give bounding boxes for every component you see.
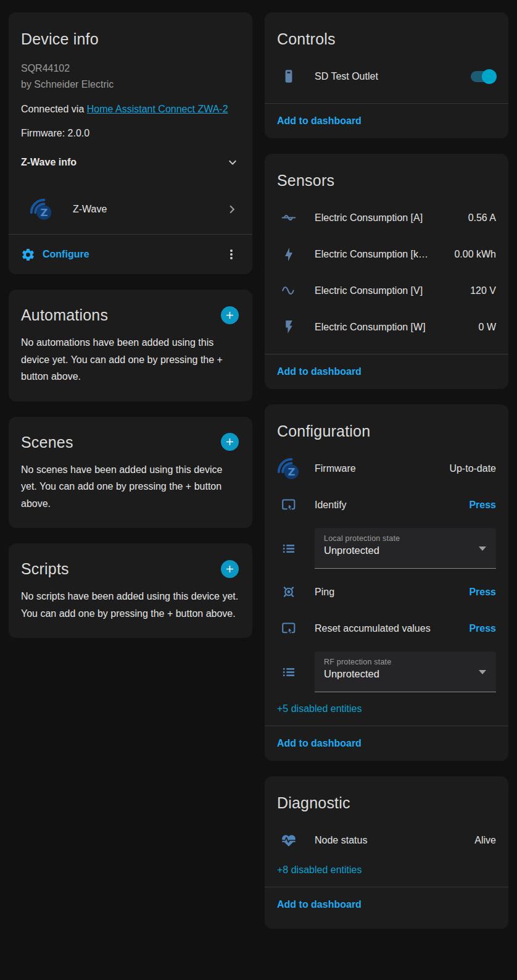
entity-state: Up-to-date [449,463,496,474]
entity-name: Reset accumulated values [315,623,460,634]
entity-row-identify[interactable]: Identify Press [277,487,496,523]
firmware-version-text: Firmware: 2.0.0 [21,125,240,141]
connect-zwa2-link[interactable]: Home Assistant Connect ZWA-2 [87,104,228,114]
entity-name: Electric Consumption [k… [315,249,445,260]
disabled-entities-link[interactable]: +8 disabled entities [277,865,362,875]
device-info-header: Device info [9,12,252,48]
configure-button[interactable]: Configure [21,248,89,262]
zwave-icon [275,455,303,482]
rf-protection-row: RF protection state Unprotected [277,651,496,692]
add-automation-button[interactable] [221,306,239,324]
chevron-down-icon [225,155,240,170]
dots-vertical-icon [224,247,239,262]
entity-name: Node status [315,835,466,846]
entity-state: 0.56 A [468,212,496,224]
connected-via-text: Connected via Home Assistant Connect ZWA… [21,101,234,117]
entity-row-reset-accumulated-values[interactable]: Reset accumulated values Press [277,610,496,647]
list-icon [281,663,297,681]
device-manufacturer: by Schneider Electric [21,77,240,93]
entity-row-electric-consumption-a[interactable]: Electric Consumption [A] 0.56 A [277,199,496,236]
configuration-rows: Firmware Up-to-date Identify Press Loca [265,450,508,692]
sensors-header: Sensors [265,154,508,199]
dropdown-caret-icon [479,670,486,674]
add-to-dashboard-link[interactable]: Add to dashboard [277,899,362,910]
scripts-empty-text: No scripts have been added using this de… [9,585,252,638]
zwave-icon [28,196,55,223]
controls-title: Controls [277,30,336,48]
entity-row-sd-test-outlet[interactable]: SD Test Outlet [277,58,496,94]
plus-icon [224,563,236,575]
entity-state: 120 V [470,285,496,296]
controls-card: Controls SD Test Outlet Add to dashboard [265,12,508,138]
add-scene-button[interactable] [221,433,239,451]
press-button[interactable]: Press [469,500,496,511]
scenes-header: Scenes [9,417,252,459]
add-to-dashboard-link[interactable]: Add to dashboard [277,738,362,748]
add-to-dashboard-link[interactable]: Add to dashboard [277,366,362,377]
automations-empty-text: No automations have been added using thi… [9,332,252,401]
connected-via-prefix: Connected via [21,104,87,114]
sensors-rows: Electric Consumption [A] 0.56 A Electric… [265,199,508,345]
entity-row-firmware[interactable]: Firmware Up-to-date [277,450,496,487]
diagnostic-header: Diagnostic [265,776,508,822]
entity-row-electric-consumption-w[interactable]: Electric Consumption [W] 0 W [277,309,496,345]
plus-icon [224,309,236,321]
configure-label: Configure [43,249,89,260]
disabled-entities-link[interactable]: +5 disabled entities [277,703,362,714]
zwave-integration-row[interactable]: Z-Wave [21,195,240,224]
entity-row-electric-consumption-kwh[interactable]: Electric Consumption [k… 0.00 kWh [277,236,496,272]
entity-row-node-status[interactable]: Node status Alive [277,822,496,858]
entity-row-electric-consumption-v[interactable]: Electric Consumption [V] 120 V [277,272,496,309]
zwave-info-expander[interactable]: Z-Wave info [21,155,240,170]
disabled-entities-container: +8 disabled entities [265,858,508,887]
configuration-footer: Add to dashboard [265,726,508,761]
chevron-right-icon [224,201,240,217]
rf-protection-select[interactable]: RF protection state Unprotected [315,651,496,692]
press-button[interactable]: Press [469,623,496,634]
local-protection-select[interactable]: Local protection state Unprotected [315,528,496,569]
scenes-card: Scenes No scenes have been added using t… [9,417,252,529]
toggle-switch[interactable] [471,71,496,82]
entity-row-ping[interactable]: Ping Press [277,574,496,610]
device-info-title: Device info [21,30,99,48]
controls-header: Controls [265,12,508,58]
entity-name: Electric Consumption [A] [315,212,460,224]
press-button[interactable]: Press [469,587,496,598]
local-protection-row: Local protection state Unprotected [277,528,496,569]
configuration-title: Configuration [277,422,370,440]
gesture-tap-icon [281,496,297,514]
overflow-menu-button[interactable] [224,247,239,262]
sensors-footer: Add to dashboard [265,354,508,389]
scenes-title: Scenes [21,433,73,451]
device-page: Device info SQR44102 by Schneider Electr… [0,0,517,929]
power-outlet-icon [281,68,297,85]
diagnostic-footer: Add to dashboard [265,887,508,929]
sensors-card: Sensors Electric Consumption [A] 0.56 A … [265,154,508,389]
gear-icon [21,248,35,262]
entity-name: Identify [315,500,460,511]
select-label: RF protection state [324,658,471,666]
device-info-card: Device info SQR44102 by Schneider Electr… [9,12,252,274]
entity-name: SD Test Outlet [315,71,462,82]
add-script-button[interactable] [221,560,239,578]
configuration-card: Configuration Firmware Up-to-date Identi… [265,404,508,761]
configuration-header: Configuration [265,404,508,450]
scripts-header: Scripts [9,543,252,585]
device-info-footer: Configure [9,234,252,274]
dropdown-caret-icon [479,547,486,551]
entity-state: Alive [474,835,496,846]
current-ac-icon [281,209,297,227]
select-value: Unprotected [324,545,471,556]
scripts-title: Scripts [21,559,69,578]
controls-footer: Add to dashboard [265,103,508,138]
add-to-dashboard-link[interactable]: Add to dashboard [277,115,362,126]
entity-name: Firmware [315,463,440,474]
controls-rows: SD Test Outlet [265,58,508,94]
diagnostic-card: Diagnostic Node status Alive +8 disabled… [265,776,508,929]
sensors-title: Sensors [277,171,334,190]
automations-card: Automations No automations have been add… [9,290,252,401]
switch-thumb [482,69,497,84]
entity-name: Electric Consumption [V] [315,285,461,296]
list-icon [281,540,297,557]
disabled-entities-container: +5 disabled entities [265,697,508,726]
